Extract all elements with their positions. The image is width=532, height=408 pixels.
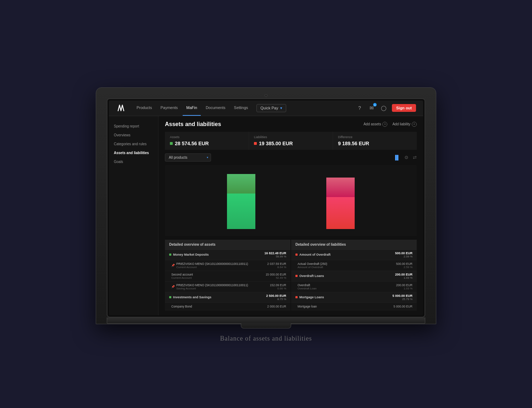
assets-bar xyxy=(227,172,255,229)
product-filter[interactable]: All products xyxy=(165,153,211,162)
chart-area xyxy=(165,165,417,236)
list-item: Actual Overdraft (250) Amount of Overdra… xyxy=(291,260,417,271)
list-item: Second account Current Account 15 000.00… xyxy=(165,271,290,282)
assets-detail-header: Detailed overview of assets xyxy=(165,240,290,250)
notifications-icon[interactable]: ✉ 1 xyxy=(368,104,376,112)
chevron-down-icon: ▾ xyxy=(280,106,282,110)
plus-circle-icon: + xyxy=(412,122,417,127)
sidebar-item-categories[interactable]: Categories and rules xyxy=(109,140,158,148)
difference-card: Difference 9 189.56 EUR xyxy=(333,132,417,150)
page-caption: Balance of assets and liabilities xyxy=(220,335,312,342)
assets-detail-panel: Detailed overview of assets Money Market… xyxy=(165,240,290,310)
liabilities-group-mortgage: Mortgage Loans 5 000.00 EUR 25.79 % xyxy=(291,292,417,303)
settings-icon[interactable]: ⚙ xyxy=(404,155,409,160)
detailed-section: Detailed overview of assets Money Market… xyxy=(165,240,417,310)
assets-bar-top xyxy=(227,174,255,194)
main-layout: Spending report Overviews Categories and… xyxy=(109,116,423,315)
nav-settings[interactable]: Settings xyxy=(231,100,252,116)
sidebar-item-overviews[interactable]: Overviews xyxy=(109,131,158,140)
nav-links: Products Payments MaFin Documents Settin… xyxy=(133,100,356,116)
assets-group-investments: Investments and Savings 2 500.00 EUR 8.7… xyxy=(165,292,290,303)
top-nav: Products Payments MaFin Documents Settin… xyxy=(109,100,423,116)
liabilities-label: Liabilities xyxy=(254,135,328,139)
bar-chart-icon[interactable]: ▐▌ xyxy=(394,155,400,160)
list-item: 📌 PRIEZVISKO MENO (SK1011000000001100110… xyxy=(165,282,290,292)
sidebar-item-spending-report[interactable]: Spending report xyxy=(109,122,158,131)
nav-documents[interactable]: Documents xyxy=(202,100,229,116)
pin-icon: 📌 xyxy=(171,264,175,267)
summary-cards: Assets 28 574.56 EUR Liabilities xyxy=(165,132,417,150)
liabilities-bar xyxy=(326,172,355,229)
money-market-label: Money Market Deposits xyxy=(169,253,209,256)
notification-badge: 1 xyxy=(373,103,377,107)
nav-products[interactable]: Products xyxy=(133,100,155,116)
green-dot xyxy=(169,296,171,298)
chart-type-icons: ▐▌ ⚙ ⇄ xyxy=(394,155,417,160)
liabilities-detail-panel: Detailed overview of liabilities Amount … xyxy=(291,240,417,310)
plus-circle-icon: + xyxy=(382,122,387,127)
sidebar-item-goals[interactable]: Goals xyxy=(109,157,158,166)
assets-bar-bottom xyxy=(227,194,255,229)
list-item: 📌 PRIEZVISKO MENO (SK1011000000001100110… xyxy=(165,260,290,271)
red-dot xyxy=(295,296,298,298)
header-actions: Add assets + Add liability + xyxy=(364,122,417,127)
nav-right-actions: ? ✉ 1 ◯ Sign out xyxy=(356,104,416,112)
assets-card: Assets 28 574.56 EUR xyxy=(165,132,249,150)
nav-payments[interactable]: Payments xyxy=(157,100,181,116)
add-assets-button[interactable]: Add assets + xyxy=(364,122,387,127)
list-item: Mortgage loan 5 000.00 EUR xyxy=(291,303,417,310)
liabilities-value: 19 385.00 EUR xyxy=(254,141,328,146)
assets-value: 28 574.56 EUR xyxy=(170,141,244,146)
help-icon[interactable]: ? xyxy=(356,104,364,112)
liabilities-card: Liabilities 19 385.00 EUR xyxy=(249,132,333,150)
list-item: Overdraft Overdraft Loan 200.00 EUR 1.03… xyxy=(291,282,417,292)
main-content: Assets and liabilities Add assets + Add … xyxy=(159,116,423,315)
svg-rect-0 xyxy=(116,103,126,113)
filter-select-wrapper: All products ▾ xyxy=(165,153,211,162)
filter-bar: All products ▾ ▐▌ ⚙ ⇄ xyxy=(165,153,417,162)
assets-dot xyxy=(170,142,173,145)
difference-value: 9 189.56 EUR xyxy=(338,141,412,146)
sign-out-button[interactable]: Sign out xyxy=(392,104,416,112)
list-item: Company Bond 2 000.00 EUR xyxy=(165,303,290,310)
export-icon[interactable]: ⇄ xyxy=(413,155,417,160)
money-market-values: 16 822.48 EUR 59.99 % xyxy=(264,251,286,258)
sidebar: Spending report Overviews Categories and… xyxy=(109,116,159,315)
assets-group-money-market: Money Market Deposits 16 822.48 EUR 59.9… xyxy=(165,250,290,260)
pin-icon: 📌 xyxy=(171,285,175,288)
green-dot xyxy=(169,254,171,256)
assets-label: Assets xyxy=(170,135,244,139)
add-liability-button[interactable]: Add liability + xyxy=(392,122,417,127)
quick-pay-button[interactable]: Quick Pay ▾ xyxy=(256,104,286,112)
liabilities-bar-top xyxy=(326,178,355,197)
red-dot xyxy=(295,275,298,277)
laptop-base xyxy=(107,317,425,324)
user-icon[interactable]: ◯ xyxy=(380,104,388,112)
page-header: Assets and liabilities Add assets + Add … xyxy=(165,121,417,127)
liabilities-group-overdraft-loans: Overdraft Loans 200.00 EUR 1.03 % xyxy=(291,271,417,282)
liabilities-bar-bottom xyxy=(326,197,355,229)
difference-label: Difference xyxy=(338,135,412,139)
page-title: Assets and liabilities xyxy=(165,121,221,127)
liabilities-detail-header: Detailed overview of liabilities xyxy=(291,240,417,250)
nav-mafin[interactable]: MaFin xyxy=(183,100,201,116)
red-dot xyxy=(295,254,298,256)
logo xyxy=(116,103,126,113)
liabilities-dot xyxy=(254,142,257,145)
liabilities-group-overdraft-amount: Amount of Overdraft 500.00 EUR 2.59 % xyxy=(291,250,417,260)
sidebar-item-assets-liabilities[interactable]: Assets and liabilities xyxy=(109,148,158,157)
